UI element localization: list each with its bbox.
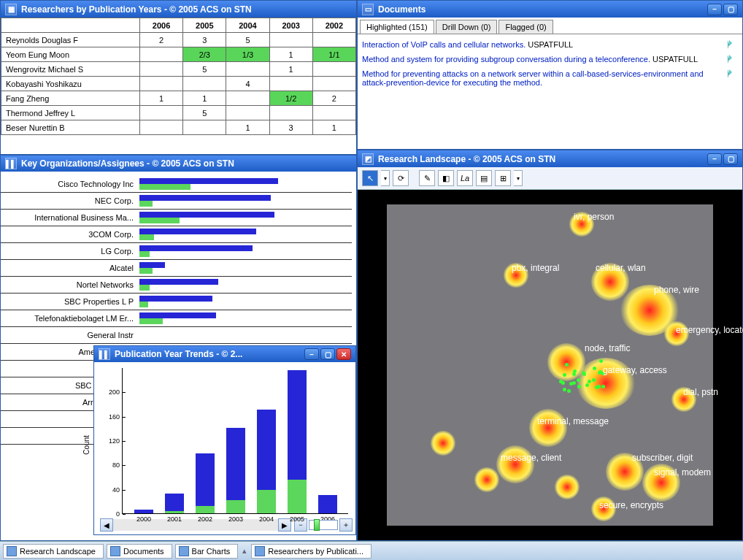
bar-total (165, 494, 184, 510)
zoom-slider[interactable] (309, 520, 338, 530)
org-row[interactable]: SBC Properties L P (1, 294, 352, 310)
trend-bar[interactable] (318, 495, 337, 513)
taskbar-entry[interactable]: Bar Charts (175, 544, 239, 559)
flag-icon[interactable] (728, 40, 736, 49)
researcher-row[interactable]: Thermond Jeffrey L5 (1, 106, 356, 120)
minimize-button[interactable]: – (304, 348, 319, 360)
document-title[interactable]: Method and system for providing subgroup… (362, 55, 650, 64)
landscape-icon: ◩ (362, 153, 374, 165)
pointer-dropdown[interactable]: ▾ (381, 170, 390, 186)
cluster-label[interactable]: dial, pstn (683, 387, 718, 397)
y-tick: 40 (102, 486, 120, 494)
documents-titlebar[interactable]: ▭ Documents – ▢ (358, 1, 742, 18)
taskbar-entry[interactable]: Research Landscape (3, 544, 104, 559)
org-row[interactable]: 3COM Corp. (1, 226, 352, 243)
maximize-button[interactable]: ▢ (320, 348, 335, 360)
trend-bar[interactable] (288, 370, 307, 513)
researcher-row[interactable]: Wengrovitz Michael S51 (1, 62, 356, 77)
flag-icon[interactable] (728, 55, 736, 64)
document-item[interactable]: Interaction of VoIP calls and cellular n… (362, 37, 738, 52)
documents-tab[interactable]: Flagged (0) (498, 20, 553, 34)
researcher-row[interactable]: Yeom Eung Moon2/31/311/1 (1, 47, 356, 62)
cluster-label[interactable]: phone, wire (654, 285, 699, 295)
cluster-label[interactable]: emergency, locate (676, 325, 743, 335)
document-title[interactable]: Method for preventing attacks on a netwo… (362, 69, 704, 87)
document-title[interactable]: Interaction of VoIP calls and cellular n… (362, 40, 526, 49)
trends-popup[interactable]: ▌▌ Publication Year Trends - © 2... – ▢ … (93, 345, 356, 535)
cluster-label[interactable]: node, traffic (585, 343, 630, 353)
bar-highlighted (139, 302, 148, 307)
landscape-titlebar[interactable]: ◩ Research Landscape - © 2005 ACS on STN… (358, 150, 742, 167)
maximize-button[interactable]: ▢ (723, 4, 738, 15)
trend-bar[interactable] (134, 510, 153, 513)
data-point (567, 389, 571, 393)
cluster-label[interactable]: subscriber, digit (632, 453, 693, 463)
flag-icon[interactable] (728, 69, 736, 78)
org-row[interactable]: Telefonaktiebolaget LM Er... (1, 310, 352, 327)
grid-tool-button[interactable]: ⊞ (495, 170, 511, 186)
documents-panel: ▭ Documents – ▢ Highlighted (151)Drill D… (357, 0, 743, 150)
cluster-label[interactable]: pbx, integral (512, 263, 559, 273)
brush-tool-button[interactable]: ✎ (419, 170, 435, 186)
scroll-left-button[interactable]: ◀ (100, 518, 113, 532)
count-cell: 1 (269, 62, 312, 77)
count-cell (140, 62, 183, 77)
minimize-button[interactable]: – (707, 153, 722, 165)
orgs-titlebar[interactable]: ▌▌ Key Organizations/Assignees - © 2005 … (1, 156, 356, 172)
researcher-row[interactable]: Reynolds Douglas F235 (1, 33, 356, 47)
cluster-label[interactable]: ivr, person (574, 212, 614, 222)
minimize-button[interactable]: – (707, 4, 722, 15)
trends-body: Count 0408012016020020002001200220032004… (94, 362, 355, 534)
trend-bar[interactable] (226, 428, 245, 513)
document-item[interactable]: Method and system for providing subgroup… (362, 52, 738, 66)
cluster-label[interactable]: secure, encrypts (599, 500, 663, 510)
color-tool-button[interactable]: ◧ (438, 170, 454, 186)
label-tool-button[interactable]: La (457, 170, 473, 186)
researcher-name: Yeom Eung Moon (1, 47, 140, 62)
maximize-button[interactable]: ▢ (723, 153, 738, 165)
close-button[interactable]: ✕ (336, 348, 351, 360)
documents-tab[interactable]: Highlighted (151) (360, 20, 434, 34)
count-cell (140, 106, 183, 120)
cluster-label[interactable]: cellular, wlan (596, 263, 646, 273)
data-point (572, 381, 576, 385)
grid-dropdown[interactable]: ▾ (514, 170, 523, 186)
cluster-label[interactable]: gateway, access (603, 365, 667, 375)
trend-bar[interactable] (165, 494, 184, 513)
cluster-label[interactable]: signal, modem (654, 467, 711, 477)
year-header: 2006 (140, 18, 183, 33)
trend-bar[interactable] (257, 410, 276, 513)
taskbar-entry[interactable]: Documents (107, 544, 172, 559)
count-cell: 1 (312, 120, 355, 135)
researchers-titlebar[interactable]: ▦ Researchers by Publication Years - © 2… (1, 1, 356, 18)
researcher-row[interactable]: Fang Zheng111/22 (1, 91, 356, 106)
researcher-row[interactable]: Kobayashi Yoshikazu4 (1, 77, 356, 91)
pointer-tool-button[interactable]: ↖ (362, 170, 378, 186)
bar-total (139, 312, 216, 318)
org-row[interactable]: International Business Ma... (1, 210, 352, 226)
chevron-up-icon[interactable]: ▴ (241, 546, 248, 556)
bar-total (139, 296, 212, 302)
org-row[interactable]: Alcatel (1, 260, 352, 277)
researcher-row[interactable]: Beser Nurettin B131 (1, 120, 356, 135)
bar-total (139, 262, 165, 268)
document-item[interactable]: Method for preventing attacks on a netwo… (362, 66, 738, 90)
bar-highlighted (226, 500, 245, 513)
trends-titlebar[interactable]: ▌▌ Publication Year Trends - © 2... – ▢ … (94, 346, 355, 362)
layer-tool-button[interactable]: ▤ (476, 170, 492, 186)
cluster-label[interactable]: message, client (501, 453, 561, 463)
refresh-button[interactable]: ⟳ (393, 170, 409, 186)
documents-tab[interactable]: Drill Down (0) (436, 20, 498, 34)
org-row[interactable]: NEC Corp. (1, 193, 352, 210)
count-cell (183, 120, 226, 135)
org-row[interactable]: Nortel Networks (1, 277, 352, 294)
org-row[interactable]: General Instr (1, 327, 352, 344)
org-row[interactable]: LG Corp. (1, 243, 352, 260)
landscape-canvas[interactable]: ivr, personpbx, integralcellular, wlanph… (358, 190, 742, 540)
org-row[interactable]: Cisco Technology Inc (1, 176, 352, 193)
zoom-in-button[interactable]: ＋ (339, 518, 353, 532)
cluster-label[interactable]: terminal, message (537, 416, 609, 426)
taskbar-entry[interactable]: Researchers by Publicati... (251, 544, 372, 559)
researchers-panel: ▦ Researchers by Publication Years - © 2… (0, 0, 357, 155)
trend-bar[interactable] (196, 453, 215, 513)
